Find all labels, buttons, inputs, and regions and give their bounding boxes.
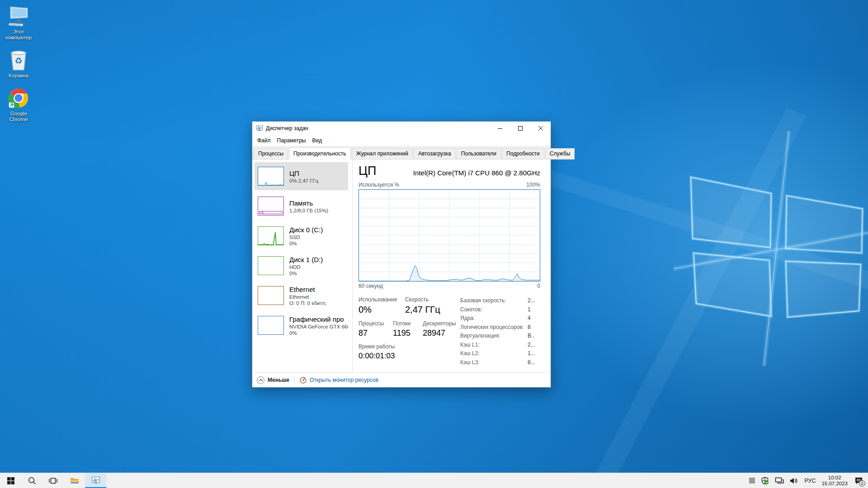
detail-value: 1: [528, 306, 540, 313]
chrome-icon: [8, 88, 29, 108]
volume-icon[interactable]: [790, 477, 798, 484]
file-explorer-button[interactable]: [64, 473, 85, 488]
sidebar-item-disk0[interactable]: Диск 0 (C:) SSD 0%: [255, 222, 348, 250]
sidebar-item-title: Память: [289, 199, 328, 207]
tab-services[interactable]: Службы: [545, 148, 575, 160]
cpu-stats: Использование 0% Скорость 2,47 ГГц Проце…: [359, 296, 460, 368]
sidebar-item-sub: SSD: [289, 234, 323, 240]
desktop-icon-chrome[interactable]: Google Chrome: [1, 85, 36, 125]
system-tray: РУС 10:02 15.07.2023 2: [743, 473, 868, 488]
sidebar-item-ethernet[interactable]: Ethernet Ethernet О: 0 П: 0 кбит/с: [255, 282, 348, 310]
tab-processes[interactable]: Процессы: [254, 148, 288, 160]
desktop-icon-label: Корзина: [1, 73, 36, 79]
tab-app-history[interactable]: Журнал приложений: [352, 148, 413, 160]
cpu-panel: ЦП Intel(R) Core(TM) i7 CPU 860 @ 2.80GH…: [353, 160, 551, 372]
sidebar-item-sub2: 0%: [289, 330, 348, 336]
sidebar-item-sub2: О: 0 П: 0 кбит/с: [289, 300, 326, 306]
clock-time: 10:02: [821, 475, 848, 481]
detail-value: 8: [528, 324, 540, 330]
detail-value: В..: [528, 333, 540, 339]
sidebar-item-memory[interactable]: Память 1,2/8,0 ГБ (15%): [255, 192, 348, 220]
task-view-icon: [49, 477, 57, 484]
stat-label: Процессы: [359, 320, 393, 327]
sidebar-item-sub: 0% 2,47 ГГц: [289, 178, 318, 184]
fewer-details-label: Меньше: [268, 377, 289, 383]
task-manager-app-icon: [256, 125, 263, 132]
sidebar-item-sub2: 0%: [289, 270, 323, 277]
language-indicator[interactable]: РУС: [804, 478, 816, 484]
sidebar-item-sub: Ethernet: [289, 294, 326, 300]
this-pc-icon: [8, 6, 29, 27]
resource-monitor-icon: [300, 377, 307, 384]
action-center-button[interactable]: 2: [854, 476, 863, 486]
desktop-icon-label: Google Chrome: [1, 111, 36, 122]
sidebar-item-sub: 1,2/8,0 ГБ (15%): [289, 207, 328, 214]
fewer-details-button[interactable]: Меньше: [257, 376, 289, 384]
stat-label: Дескрипторы: [423, 320, 460, 327]
security-shield-icon[interactable]: [761, 477, 769, 485]
close-icon: [538, 126, 543, 131]
window-title: Диспетчер задач: [266, 125, 308, 131]
task-manager-icon: [91, 476, 100, 484]
stat-label: Потоки: [393, 320, 423, 327]
desktop-icon-label: Этот компьютер: [1, 29, 36, 41]
maximize-icon: [518, 126, 523, 131]
detail-value: 1...: [528, 350, 540, 357]
task-manager-window: Диспетчер задач Файл Параметры Вид Проце…: [252, 121, 551, 388]
detail-label: Виртуализация:: [460, 333, 500, 339]
svg-text:♻: ♻: [14, 56, 22, 66]
start-button[interactable]: [0, 473, 21, 488]
minimize-button[interactable]: [490, 122, 510, 135]
open-resource-monitor-link[interactable]: Открыть монитор ресурсов: [300, 377, 378, 384]
clock-date: 15.07.2023: [821, 481, 848, 487]
task-view-button[interactable]: [42, 473, 64, 488]
stat-threads-value: 1195: [393, 328, 423, 338]
notification-badge: 2: [859, 480, 865, 487]
chevron-up-icon: [257, 376, 264, 384]
close-button[interactable]: [530, 122, 551, 135]
detail-label: Кэш L3:: [460, 359, 480, 366]
detail-label: Базовая скорость:: [460, 297, 506, 304]
taskbar-clock[interactable]: 10:02 15.07.2023: [821, 475, 848, 487]
detail-label: Кэш L1:: [460, 342, 480, 348]
desktop-icon-this-pc[interactable]: Этот компьютер: [1, 4, 36, 43]
cpu-heading: ЦП: [359, 164, 376, 178]
chart-usage-label: Используется %: [359, 182, 399, 188]
cpu-details: Базовая скорость:2... Сокетов:1 Ядра:4 Л…: [460, 296, 540, 368]
sidebar-item-title: ЦП: [289, 169, 318, 178]
network-icon[interactable]: [775, 477, 784, 484]
window-controls: [490, 122, 551, 135]
recycle-bin-icon: ♻: [9, 49, 28, 71]
tab-users[interactable]: Пользователи: [457, 148, 501, 160]
hidden-tray-icon[interactable]: [749, 478, 755, 483]
chart-zero-label: 0: [537, 283, 540, 289]
search-button[interactable]: [21, 473, 42, 488]
footer-divider: [294, 376, 295, 384]
task-manager-taskbar-button[interactable]: [85, 473, 106, 488]
tab-details[interactable]: Подробности: [502, 148, 544, 160]
menu-file[interactable]: Файл: [254, 136, 274, 145]
detail-value: 2...: [528, 297, 540, 304]
window-footer: Меньше Открыть монитор ресурсов: [252, 372, 551, 387]
file-explorer-icon: [70, 477, 79, 484]
menu-view[interactable]: Вид: [309, 136, 325, 145]
detail-value: 4: [528, 315, 540, 321]
title-bar[interactable]: Диспетчер задач: [252, 122, 551, 135]
sidebar-item-disk1[interactable]: Диск 1 (D:) HDD 0%: [255, 252, 348, 280]
disk0-mini-chart: [258, 227, 283, 245]
desktop: Этот компьютер ♻ Корзина: [0, 0, 868, 488]
desktop-icon-recycle-bin[interactable]: ♻ Корзина: [1, 47, 36, 81]
sidebar-item-title: Ethernet: [289, 285, 326, 294]
sidebar-item-gpu[interactable]: Графический про NVIDIA GeForce GTX 660 0…: [255, 311, 348, 339]
stat-speed-value: 2,47 ГГц: [405, 305, 460, 315]
sidebar-item-cpu[interactable]: ЦП 0% 2,47 ГГц: [255, 162, 348, 190]
maximize-button[interactable]: [510, 122, 530, 135]
chart-time-label: 60 секунд: [359, 283, 383, 289]
menu-options[interactable]: Параметры: [274, 136, 309, 145]
detail-value: 2...: [528, 342, 540, 348]
tab-startup[interactable]: Автозагрузка: [414, 148, 456, 160]
stat-uptime-value: 0:00:01:03: [359, 352, 460, 361]
stat-usage-value: 0%: [359, 305, 405, 315]
tab-performance[interactable]: Производительность: [289, 147, 350, 160]
resource-monitor-label: Открыть монитор ресурсов: [310, 377, 378, 383]
